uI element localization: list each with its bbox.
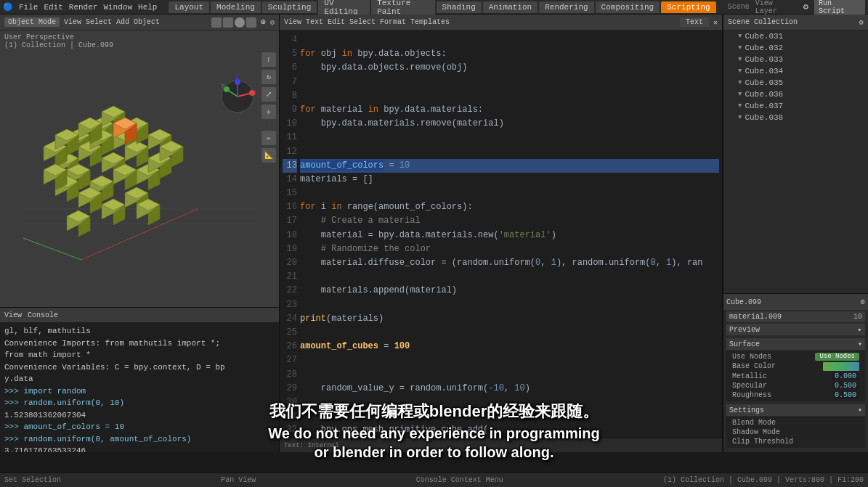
svg-marker-3 [23, 64, 46, 84]
scene-item-cube037[interactable]: ▼ Cube.037 [723, 100, 868, 112]
close-text-icon[interactable]: ✕ [713, 18, 718, 27]
console-content[interactable]: gl, blf, mathutils Convenience Imports: … [0, 322, 279, 452]
tool-transform[interactable]: ✛ [261, 105, 276, 119]
menu-file[interactable]: File [19, 3, 38, 12]
code-select-menu[interactable]: Select [349, 18, 376, 26]
tab-layout[interactable]: Layout [169, 1, 209, 13]
scene-list: ▼ Cube.031 ▼ Cube.032 ▼ Cube.033 ▼ Cube.… [723, 30, 868, 293]
menu-edit[interactable]: Edit [44, 3, 62, 12]
code-edit-menu[interactable]: Edit [328, 18, 345, 26]
clip-threshold-row: Clip Threshold [729, 437, 862, 446]
scene-label: Scene [728, 3, 750, 11]
settings-section: Settings ▾ Blend Mode Shadow Mode Clip T… [726, 404, 865, 448]
console-header: View Console [0, 308, 279, 322]
tab-compositing[interactable]: Compositing [596, 1, 660, 13]
code-line-21 [300, 270, 719, 284]
menu-window[interactable]: Window [103, 3, 132, 12]
console-view-menu[interactable]: View [4, 311, 22, 319]
svg-marker-2 [35, 70, 46, 90]
main-layout: Object Mode View Select Add Object ⊕ ⊙ U… [0, 15, 868, 452]
select-menu[interactable]: Select [86, 18, 112, 26]
console-menu[interactable]: Console [28, 311, 58, 319]
code-format-menu[interactable]: Format [380, 18, 406, 26]
tab-scripting[interactable]: Scripting [661, 1, 715, 13]
code-view-menu[interactable]: View [284, 18, 301, 26]
viewport-3d[interactable]: User Perspective (1) Collection | Cube.0… [0, 30, 279, 307]
code-header: View Text Edit Select Format Templates T… [280, 15, 722, 30]
console-line-10: >>> random.uniform(0, amount_of_colors) [4, 433, 275, 446]
viewport-header: Object Mode View Select Add Object ⊕ ⊙ [0, 15, 279, 30]
surface-header[interactable]: Surface ▾ [726, 338, 865, 350]
console-line-8: 1.523801362067304 [4, 409, 275, 422]
scene-item-cube038[interactable]: ▼ Cube.038 [723, 112, 868, 123]
tab-shading[interactable]: Shading [437, 1, 482, 13]
tab-modeling[interactable]: Modeling [211, 1, 261, 13]
gear-icon[interactable]: ⚙ [861, 298, 865, 306]
add-menu[interactable]: Add [116, 18, 129, 26]
overlay-toggle[interactable]: ⊙ [270, 18, 275, 27]
object-menu[interactable]: Object [134, 18, 160, 26]
base-color-swatch[interactable] [823, 362, 859, 371]
code-line-16: for i in range(amount_of_colors): [300, 200, 719, 214]
svg-line-19 [23, 238, 81, 260]
scene-item-cube035[interactable]: ▼ Cube.035 [723, 77, 868, 89]
code-editor[interactable]: 4 5 6 7 8 9 10 11 12 13 14 15 16 17 18 1… [280, 30, 722, 438]
code-line-17: # Create a material [300, 214, 719, 228]
viewport-mode-dropdown[interactable]: Object Mode [4, 17, 60, 27]
use-nodes-toggle[interactable]: Use Nodes [815, 353, 859, 361]
tab-animation[interactable]: Animation [483, 1, 538, 13]
svg-text:Z: Z [235, 73, 240, 81]
settings-icon[interactable]: ⚙ [803, 1, 808, 12]
code-line-7 [300, 75, 719, 89]
console-line-1: gl, blf, mathutils [4, 325, 275, 337]
scene-item-cube031[interactable]: ▼ Cube.031 [723, 30, 868, 42]
menu-help[interactable]: Help [138, 3, 157, 12]
scene-item-cube033[interactable]: ▼ Cube.033 [723, 54, 868, 65]
metallic-row: Metallic 0.000 [729, 372, 862, 381]
tool-move[interactable]: ↕ [261, 52, 276, 67]
scene-item-cube034[interactable]: ▼ Cube.034 [723, 65, 868, 77]
surface-content: Use Nodes Use Nodes Base Color Metallic … [726, 351, 865, 401]
top-menu-bar: 🔵 File Edit Render Window Help Layout Mo… [0, 0, 868, 15]
preview-header[interactable]: Preview ▸ [726, 324, 865, 335]
gizmo-toggle[interactable]: ⊕ [261, 17, 266, 28]
specular-value[interactable]: 0.500 [832, 382, 859, 390]
tool-rotate[interactable]: ↻ [261, 70, 276, 84]
view-menu[interactable]: View [64, 18, 81, 26]
settings-header[interactable]: Settings ▾ [726, 404, 865, 416]
tab-rendering[interactable]: Rendering [539, 1, 593, 13]
run-script-button[interactable]: Run Script [814, 0, 865, 16]
scene-item-cube032[interactable]: ▼ Cube.032 [723, 42, 868, 54]
code-line-28 [300, 368, 719, 382]
viewport-perspective-label: User Perspective (1) Collection | Cube.0… [4, 33, 113, 49]
console-line-4: Convenience Variables: C = bpy.context, … [4, 361, 275, 374]
console-line-7: >>> random.uniform(0, 10) [4, 397, 275, 409]
code-line-27 [300, 353, 719, 367]
scene-item-cube036[interactable]: ▼ Cube.036 [723, 89, 868, 100]
tool-annotate[interactable]: ✏ [261, 131, 276, 145]
code-text-menu[interactable]: Text [306, 18, 323, 26]
code-line-32: bpy.ops.mesh.primitive_cube_add( [300, 423, 719, 435]
shading-icons [211, 17, 256, 28]
menu-render[interactable]: Render [69, 3, 98, 12]
svg-marker-4 [23, 64, 46, 75]
code-lines[interactable]: for obj in bpy.data.objects: bpy.data.ob… [300, 33, 722, 435]
tool-scale[interactable]: ⤢ [261, 87, 276, 102]
console-line-2: Convenience Imports: from mathutils impo… [4, 337, 275, 350]
outliner-header: Scene Collection ⚙ [723, 15, 868, 30]
code-line-30 [300, 396, 719, 409]
properties-header: Cube.099 ⚙ [723, 294, 868, 310]
roughness-value[interactable]: 0.500 [832, 391, 859, 399]
code-line-11 [300, 131, 719, 144]
tool-measure[interactable]: 📐 [261, 148, 276, 163]
surface-section: Surface ▾ Use Nodes Use Nodes Base Color… [726, 338, 865, 401]
view-layer-label: View Layer [755, 0, 798, 15]
filter-icon[interactable]: ⚙ [859, 18, 864, 27]
cubes-scene: X Y Z [0, 30, 279, 307]
tab-sculpting[interactable]: Sculpting [262, 1, 317, 13]
code-templates-menu[interactable]: Templates [410, 18, 450, 26]
viewport-toolbar: ↕ ↻ ⤢ ✛ ✏ 📐 [261, 52, 276, 163]
metallic-value[interactable]: 0.000 [832, 372, 859, 380]
settings-content: Blend Mode Shadow Mode Clip Threshold [726, 417, 865, 448]
status-bar: Set Selection Pan View Console Context M… [0, 472, 868, 487]
